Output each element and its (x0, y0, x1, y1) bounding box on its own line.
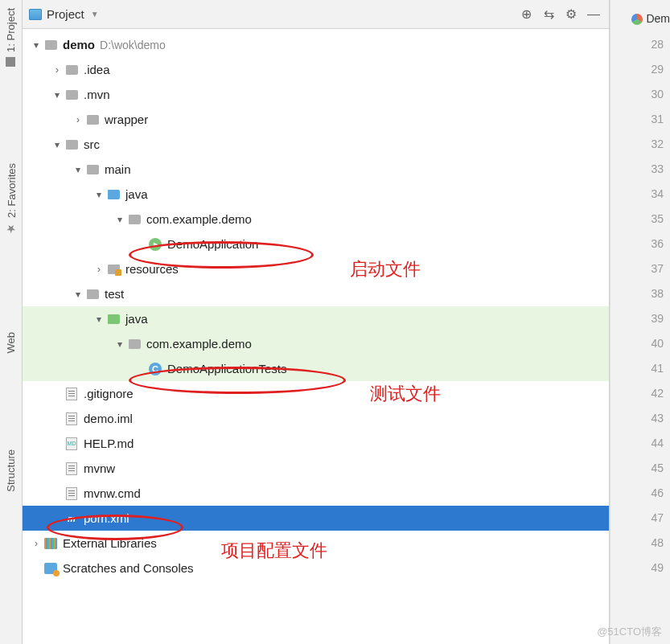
tree-file-gitignore[interactable]: .gitignore (23, 381, 609, 406)
tab-project[interactable]: 1: Project (5, 8, 17, 67)
hide-icon[interactable]: — (585, 6, 602, 23)
project-tree[interactable]: ▾demoD:\wok\demo ›.idea ▾.mvn ›wrapper ▾… (23, 29, 609, 644)
line-number: 39 (610, 306, 664, 331)
line-number: 41 (610, 356, 664, 381)
line-number: 37 (610, 256, 664, 281)
line-number: 32 (610, 132, 664, 157)
line-number: 44 (610, 431, 664, 456)
file-icon (66, 388, 77, 400)
line-number: 49 (610, 556, 664, 580)
line-number: 42 (610, 381, 664, 406)
chevron-down-icon[interactable]: ▼ (91, 10, 99, 18)
file-icon (66, 412, 77, 425)
tree-file-mvnw[interactable]: mvnw (23, 456, 609, 481)
chevron-right-icon[interactable]: › (29, 538, 43, 549)
line-number: 46 (610, 481, 664, 506)
watermark: @51CTO博客 (597, 625, 662, 639)
line-number: 36 (610, 232, 664, 256)
line-number: 43 (610, 406, 664, 431)
project-toolbar: Project ▼ ⊕ ⇆ ⚙ — (23, 0, 609, 29)
tree-file-pom[interactable]: mpom.xml (23, 506, 609, 531)
tree-file-mvnwcmd[interactable]: mvnw.cmd (23, 481, 609, 506)
tree-package-test[interactable]: ▾com.example.demo (23, 331, 609, 356)
line-number: 30 (610, 82, 664, 107)
scratch-icon (44, 563, 57, 574)
tree-file-help[interactable]: MDHELP.md (23, 431, 609, 456)
line-number: 47 (610, 506, 664, 531)
tree-file-iml[interactable]: demo.iml (23, 406, 609, 431)
tree-package-main[interactable]: ▾com.example.demo (23, 207, 609, 232)
class-icon (631, 14, 643, 25)
tree-file-demoapplicationtests[interactable]: CDemoApplicationTests (23, 356, 609, 381)
tree-folder-main[interactable]: ▾main (23, 157, 609, 182)
line-number: 48 (610, 531, 664, 556)
project-icon (29, 9, 42, 20)
tree-external-libraries[interactable]: ›External Libraries (23, 531, 609, 556)
chevron-right-icon[interactable]: › (71, 114, 85, 125)
left-tool-tabs: 1: Project ★2: Favorites Web Structure (0, 0, 23, 644)
gear-icon[interactable]: ⚙ (562, 6, 580, 23)
run-icon (149, 238, 162, 251)
collapse-icon[interactable]: ⇆ (540, 6, 557, 23)
library-icon (44, 538, 57, 549)
tree-folder-src[interactable]: ▾src (23, 132, 609, 157)
chevron-down-icon[interactable]: ▾ (71, 289, 85, 300)
tree-scratches[interactable]: Scratches and Consoles (23, 556, 609, 580)
tab-favorites[interactable]: ★2: Favorites (5, 163, 18, 236)
locate-icon[interactable]: ⊕ (517, 6, 535, 23)
file-icon (66, 462, 77, 475)
tab-structure[interactable]: Structure (5, 449, 17, 492)
tree-file-demoapplication[interactable]: DemoApplication (23, 232, 609, 256)
project-title[interactable]: Project (47, 7, 84, 21)
maven-icon: m (65, 512, 78, 525)
line-number: 38 (610, 281, 664, 306)
tree-folder-idea[interactable]: ›.idea (23, 57, 609, 82)
chevron-down-icon[interactable]: ▾ (71, 164, 85, 175)
line-number: 33 (610, 157, 664, 182)
tree-root[interactable]: ▾demoD:\wok\demo (23, 32, 609, 57)
line-number: 35 (610, 207, 664, 232)
editor-tab[interactable]: Dem (631, 6, 670, 31)
tree-folder-mvn[interactable]: ▾.mvn (23, 82, 609, 107)
chevron-right-icon[interactable]: › (50, 64, 64, 76)
file-icon (66, 487, 77, 500)
markdown-icon: MD (66, 437, 77, 450)
editor-gutter: Dem 28 29 30 31 32 33 34 35 36 37 38 39 … (610, 0, 670, 644)
line-number: 31 (610, 107, 664, 132)
line-number: 40 (610, 331, 664, 356)
tree-folder-wrapper[interactable]: ›wrapper (23, 107, 609, 132)
tree-folder-test-java[interactable]: ▾java (23, 306, 609, 331)
chevron-down-icon[interactable]: ▾ (92, 314, 106, 325)
tree-folder-resources[interactable]: ›resources (23, 256, 609, 281)
line-number: 45 (610, 456, 664, 481)
chevron-down-icon[interactable]: ▾ (50, 89, 64, 100)
line-number: 29 (610, 57, 664, 82)
chevron-right-icon[interactable]: › (92, 264, 106, 275)
chevron-down-icon[interactable]: ▾ (92, 189, 106, 200)
chevron-down-icon[interactable]: ▾ (50, 139, 64, 150)
chevron-down-icon[interactable]: ▾ (29, 39, 43, 51)
class-icon: C (149, 363, 162, 375)
tree-folder-test[interactable]: ▾test (23, 281, 609, 306)
line-number: 28 (610, 32, 664, 57)
line-number: 34 (610, 182, 664, 207)
tab-web[interactable]: Web (5, 332, 17, 354)
tree-folder-java[interactable]: ▾java (23, 182, 609, 207)
chevron-down-icon[interactable]: ▾ (113, 338, 127, 350)
chevron-down-icon[interactable]: ▾ (113, 214, 127, 225)
